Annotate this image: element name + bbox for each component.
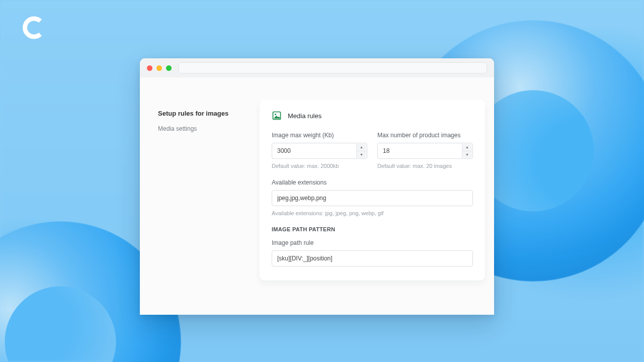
max-weight-label: Image max weight (Kb) <box>272 132 367 139</box>
section-image-path-pattern: IMAGE PATH PATTERN <box>272 226 473 232</box>
card-title: Media rules <box>288 112 321 120</box>
svg-point-1 <box>275 114 276 115</box>
field-max-weight: Image max weight (Kb) ▲ ▼ Default value:… <box>272 132 367 169</box>
close-icon[interactable] <box>147 65 152 71</box>
brand-logo <box>22 16 45 39</box>
browser-titlebar <box>140 58 494 77</box>
stepper-down-icon[interactable]: ▼ <box>357 151 366 158</box>
max-images-help: Default value: max. 20 images <box>377 163 473 169</box>
stepper-down-icon[interactable]: ▼ <box>462 151 472 158</box>
field-path-rule: Image path rule <box>272 239 473 266</box>
sidebar: Setup rules for images Media settings <box>140 77 260 315</box>
max-weight-stepper: ▲ ▼ <box>356 144 366 158</box>
extensions-input[interactable] <box>272 190 473 206</box>
stepper-up-icon[interactable]: ▲ <box>357 144 366 151</box>
extensions-label: Available extensions <box>272 179 473 186</box>
field-extensions: Available extensions Available extension… <box>272 179 473 216</box>
main-panel: Media rules Image max weight (Kb) ▲ ▼ De… <box>260 77 494 315</box>
extensions-help: Available extensions: jpg, jpeg, png, we… <box>272 210 473 216</box>
max-images-input[interactable] <box>377 143 473 159</box>
browser-content: Setup rules for images Media settings Me… <box>140 77 494 315</box>
max-weight-help: Default value: max. 2000kb <box>272 163 367 169</box>
minimize-icon[interactable] <box>156 65 162 71</box>
url-bar[interactable] <box>179 62 487 73</box>
path-rule-label: Image path rule <box>272 239 473 246</box>
max-images-stepper: ▲ ▼ <box>462 144 472 158</box>
media-rules-card: Media rules Image max weight (Kb) ▲ ▼ De… <box>260 100 485 281</box>
maximize-icon[interactable] <box>166 65 172 71</box>
window-controls <box>147 65 172 71</box>
sidebar-item-media-settings[interactable]: Media settings <box>158 125 245 132</box>
image-icon <box>272 111 282 121</box>
browser-window: Setup rules for images Media settings Me… <box>140 58 494 315</box>
max-weight-input[interactable] <box>272 143 367 159</box>
path-rule-input[interactable] <box>272 250 473 266</box>
stepper-up-icon[interactable]: ▲ <box>462 144 472 151</box>
field-max-images: Max number of product images ▲ ▼ Default… <box>377 132 473 169</box>
max-images-label: Max number of product images <box>377 132 473 139</box>
sidebar-title: Setup rules for images <box>158 110 245 117</box>
card-header: Media rules <box>272 111 473 121</box>
